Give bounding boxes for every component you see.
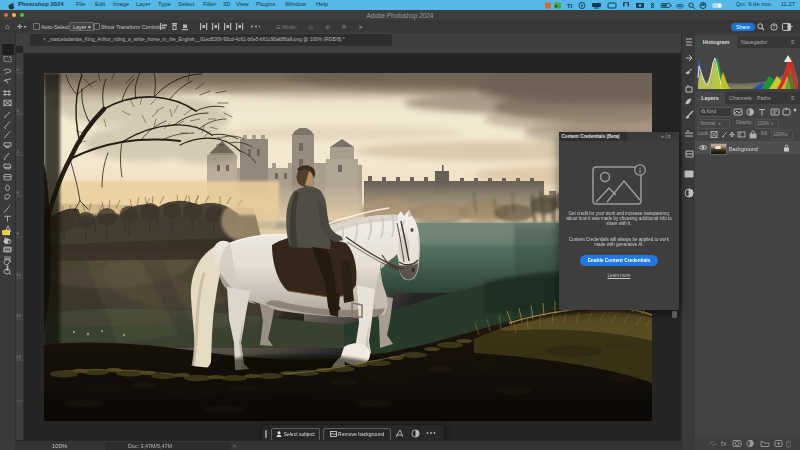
svg-text:8: 8 [17, 231, 20, 236]
svg-text:12: 12 [16, 313, 21, 318]
svg-text:4: 4 [17, 149, 20, 154]
svg-text:6: 6 [17, 190, 20, 195]
svg-text:?: ? [773, 24, 776, 30]
svg-text:2: 2 [17, 108, 20, 113]
svg-text:14: 14 [16, 354, 21, 359]
svg-text:10: 10 [16, 272, 21, 277]
svg-text:0: 0 [17, 67, 20, 72]
svg-text:TI: TI [567, 3, 573, 9]
svg-text:fx: fx [721, 440, 727, 447]
